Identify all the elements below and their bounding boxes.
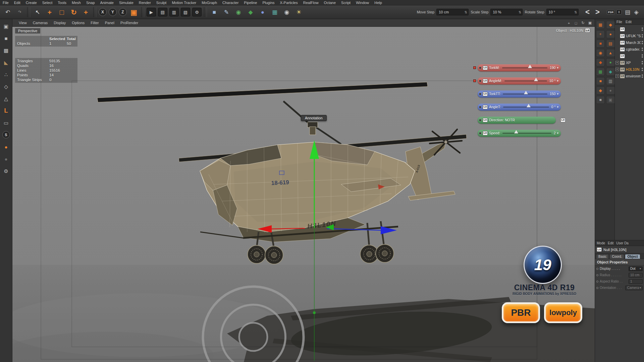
interactive-render-button[interactable]: ▧ (180, 6, 191, 18)
hud-dropdown-icon[interactable]: ▾ (557, 105, 558, 109)
scale-tool[interactable]: □ (56, 6, 67, 18)
palette-extrude-icon[interactable]: ◆ (606, 68, 615, 76)
rotate-view-icon[interactable]: ↻ (580, 21, 586, 25)
expand-icon[interactable]: + (615, 74, 619, 78)
tree-item-march[interactable]: + L0 March 30 (615, 39, 644, 46)
hud-speed-slider[interactable]: L0 Speed: 2 ▾ L0 (478, 129, 561, 137)
tree-item-h3l10n[interactable]: + L0 H3L10N (615, 66, 644, 73)
points-mode-button[interactable]: ∴ (1, 69, 11, 79)
toolbar-button[interactable] (93, 7, 96, 17)
viewport-solo-button[interactable]: ▭ (1, 118, 11, 128)
layer-dots-icon[interactable] (642, 61, 643, 64)
hud-slider-track[interactable] (503, 107, 549, 108)
hud-toggle-icon[interactable]: ▤ (623, 8, 632, 16)
menu-item[interactable]: Plugins (260, 0, 277, 5)
tree-item-environment[interactable]: + L0 environm (615, 73, 644, 79)
mograph-cloner-button[interactable]: ◆ (245, 6, 256, 18)
menu-item[interactable]: MoGraph (199, 0, 220, 5)
layer-dots-icon[interactable] (642, 54, 643, 58)
layer-dots-icon[interactable] (642, 68, 643, 71)
hud-record-dot[interactable] (479, 106, 481, 108)
menu-item[interactable]: X-Particles (277, 0, 301, 5)
animation-dot-icon[interactable] (596, 274, 598, 276)
viewport-menu-item[interactable]: Cameras (30, 19, 51, 27)
redo-button[interactable]: ↷ (14, 6, 25, 18)
hud-direction-control[interactable]: L0 Direction: NOTR ▾ L0 (478, 116, 566, 124)
render-settings-button[interactable]: ⚙ (192, 6, 202, 18)
tree-item-xpresso[interactable]: + L0 (615, 26, 644, 33)
toolbar-button[interactable] (27, 7, 30, 17)
menu-item[interactable]: Tools (55, 0, 69, 5)
scale-step-field[interactable]: 10 % ⇅ (490, 9, 523, 15)
prev-layout-button[interactable]: < (583, 7, 592, 17)
attribute-menu-item[interactable]: User Da (616, 241, 629, 245)
scene-camera-button[interactable]: ◉ (281, 6, 292, 18)
palette-group-icon[interactable]: ▣ (606, 96, 615, 104)
menu-item[interactable]: Window (353, 0, 372, 5)
edges-mode-button[interactable]: ◇ (1, 81, 11, 92)
hud-torkm-slider[interactable]: L0 TorkM: 190 ▾ L0 (478, 64, 561, 71)
palette-bezier-icon[interactable]: ● (606, 86, 615, 95)
viewport-menu-item[interactable]: ProRender (117, 19, 141, 27)
hud-dropdown-icon[interactable]: ▾ (557, 66, 558, 69)
tree-item-ufuk[interactable]: + L0 UFUK "Sh (615, 33, 644, 39)
next-layout-button[interactable]: > (593, 7, 602, 17)
attribute-menu-item[interactable]: Edit (608, 241, 613, 245)
menu-item[interactable]: Help (372, 0, 385, 5)
menu-item[interactable]: Render (136, 0, 154, 5)
attribute-value-field[interactable]: Dot ▾ (629, 266, 643, 271)
hud-slider-thumb[interactable] (528, 65, 532, 68)
palette-connect-icon[interactable]: ◆ (596, 58, 605, 66)
undo-button[interactable]: ↶ (2, 6, 13, 18)
tab-basic[interactable]: Basic (596, 254, 609, 259)
palette-matrix-icon[interactable]: ▦ (596, 68, 605, 76)
menu-item[interactable]: Animate (98, 0, 116, 5)
attribute-menu-item[interactable]: Mode (597, 241, 605, 245)
palette-python-icon[interactable]: ▤ (606, 40, 615, 48)
hud-record-dot[interactable] (479, 80, 481, 82)
hud-slider-thumb[interactable] (527, 104, 531, 107)
viewport-menu-item[interactable]: Display (51, 19, 69, 27)
attribute-value-field[interactable]: 10 cm ▾ (629, 273, 643, 278)
psr-icon[interactable]: PSR (607, 10, 615, 14)
layout-view-icon[interactable]: ▣ (587, 21, 593, 25)
enable-axis-button[interactable]: L (1, 106, 11, 116)
scene-light-button[interactable]: ☀ (293, 6, 305, 18)
layer-dots-icon[interactable] (642, 48, 643, 51)
hud-slider-track[interactable] (503, 94, 547, 95)
hud-record-dot[interactable] (479, 119, 481, 121)
viewport-menu-item[interactable]: Panel (102, 19, 117, 27)
viewport-menu-item[interactable]: Filter (88, 19, 102, 27)
expand-icon[interactable]: + (615, 68, 619, 71)
annotation-tag[interactable]: Annotation (301, 115, 327, 121)
menu-item[interactable]: Script (338, 0, 353, 5)
hud-slider-thumb[interactable] (524, 91, 528, 94)
palette-boole-icon[interactable]: ◆ (606, 21, 615, 29)
menu-item[interactable]: Create (23, 0, 40, 5)
model-mode-button[interactable]: ■ (1, 33, 11, 43)
hud-dropdown-icon[interactable]: ▾ (557, 92, 558, 96)
primitive-cube-button[interactable]: ■ (209, 6, 220, 18)
hud-dropdown-icon[interactable]: ▾ (557, 79, 558, 82)
hud-anglem-slider[interactable]: L0 AngleM: 10 ° ▾ L0 (478, 77, 561, 84)
floor-object-button[interactable]: ▦ (269, 6, 280, 18)
spinner-icon[interactable]: ⇅ (574, 10, 577, 14)
rotate-step-field[interactable]: 10 ° ⇅ (546, 9, 579, 15)
simulation-button[interactable]: ● (257, 6, 268, 18)
keyframe-dot-icon[interactable] (473, 66, 476, 69)
toolbar-button[interactable] (141, 7, 144, 17)
palette-sweep-icon[interactable]: ■ (596, 77, 605, 85)
menu-item[interactable]: Snap (84, 0, 98, 5)
object-manager-menu-item[interactable]: File (616, 20, 622, 24)
tree-item-untitled[interactable]: + L0 (615, 53, 644, 59)
tree-item-xp[interactable]: + L0 XP (615, 59, 644, 66)
hud-slider-thumb[interactable] (534, 78, 538, 81)
spinner-icon[interactable]: ⇅ (519, 10, 521, 14)
menu-item[interactable]: Edit (11, 0, 23, 5)
viewport-menu-item[interactable]: View (16, 19, 30, 27)
spline-pen-button[interactable]: ✎ (221, 6, 232, 18)
menu-item[interactable]: Sculpt (154, 0, 169, 5)
layer-dots-icon[interactable] (642, 27, 643, 31)
hud-record-dot[interactable] (479, 67, 481, 69)
team-render-button[interactable]: ▥ (169, 6, 179, 18)
